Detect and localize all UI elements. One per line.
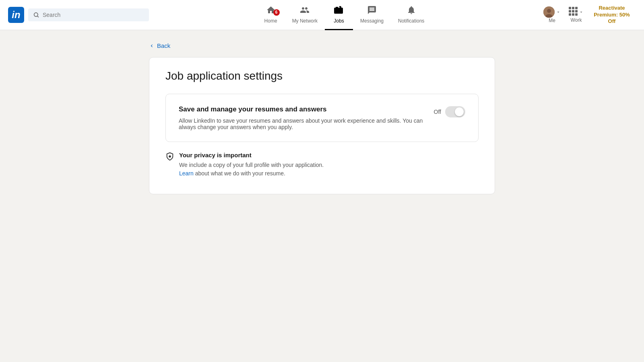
home-icon: 6 [266,5,276,17]
navbar-nav: 6 Home My Network Jobs Messaging [149,0,539,30]
nav-item-home[interactable]: 6 Home [257,0,285,30]
privacy-line2: Learn about what we do with your resume. [179,169,324,178]
navbar: in 6 Home My Network [0,0,644,30]
jobs-icon [334,5,344,17]
learn-link[interactable]: Learn [179,170,194,177]
toggle-off-label: Off [434,109,441,115]
privacy-text: Your privacy is important We include a c… [179,152,324,178]
notifications-label: Notifications [398,18,424,24]
me-chevron-icon [556,10,561,14]
resume-toggle[interactable] [445,106,465,117]
resume-setting-row: Save and manage your resumes and answers… [179,105,465,130]
messaging-icon [367,5,377,17]
privacy-line1: We include a copy of your full profile w… [179,161,324,169]
resume-setting-heading: Save and manage your resumes and answers [179,105,426,113]
work-label: Work [571,17,582,23]
reactivate-premium-button[interactable]: Reactivate Premium: 50% Off [588,5,636,25]
nav-item-jobs[interactable]: Jobs [325,0,353,30]
me-label: Me [549,18,555,23]
nav-item-work[interactable]: Work [565,0,588,30]
resume-setting-text: Save and manage your resumes and answers… [179,105,426,130]
notifications-icon [407,5,416,17]
svg-point-0 [34,13,38,16]
linkedin-logo[interactable]: in [8,7,24,23]
search-input[interactable] [43,12,144,18]
home-badge: 6 [273,9,280,16]
messaging-label: Messaging [360,18,384,24]
privacy-line2-post: about what we do with your resume. [194,170,285,177]
svg-line-1 [37,16,39,17]
resume-setting-description: Allow LinkedIn to save your resumes and … [179,117,426,130]
nav-item-my-network[interactable]: My Network [285,0,325,30]
resume-settings-card: Save and manage your resumes and answers… [165,94,479,142]
jobs-label: Jobs [334,18,344,24]
navbar-right: Me Work Reactivate Premium: 50% Off [539,0,636,30]
me-avatar-row [543,6,561,18]
nav-item-notifications[interactable]: Notifications [391,0,431,30]
work-grid-row [569,7,584,17]
page-title: Job application settings [165,70,479,82]
work-grid-icon [569,7,578,16]
work-chevron-icon [579,10,584,14]
svg-point-5 [169,155,171,158]
toggle-container: Off [434,106,465,117]
back-label: Back [157,42,170,49]
my-network-icon [300,5,310,17]
nav-item-me[interactable]: Me [539,0,565,30]
main-content: Back Job application settings Save and m… [141,30,503,202]
navbar-left: in [8,7,149,23]
toggle-knob [455,107,464,116]
my-network-label: My Network [292,18,318,24]
avatar [543,6,555,18]
privacy-heading: Your privacy is important [179,152,324,158]
search-icon [33,12,39,18]
home-label: Home [264,18,277,24]
privacy-section: Your privacy is important We include a c… [165,152,479,178]
search-bar[interactable] [28,8,149,21]
back-link[interactable]: Back [149,42,170,49]
svg-point-3 [547,9,551,13]
back-chevron-icon [149,43,155,49]
shield-icon [165,152,174,163]
nav-item-messaging[interactable]: Messaging [353,0,391,30]
